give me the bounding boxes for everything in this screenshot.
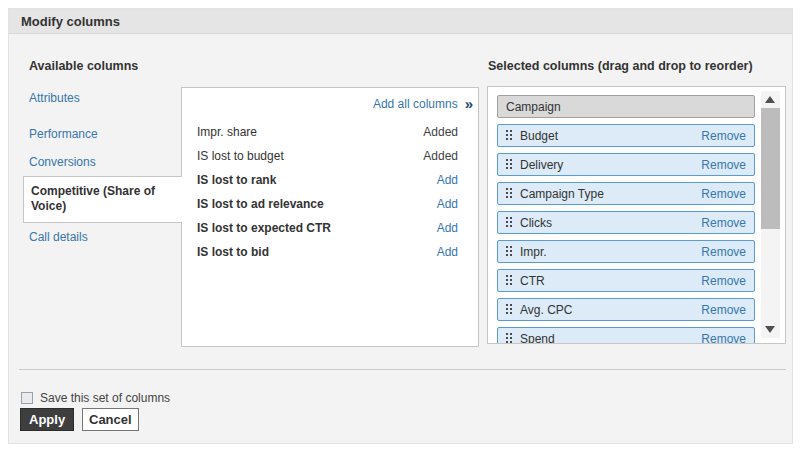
available-columns-list: Impr. share Added IS lost to budget Adde…: [182, 120, 478, 264]
cancel-button[interactable]: Cancel: [82, 408, 139, 431]
selected-item[interactable]: Budget Remove: [497, 124, 755, 147]
add-all-columns-row: Add all columns »: [373, 97, 473, 111]
available-columns-panel: Add all columns » Impr. share Added IS l…: [181, 87, 479, 347]
tab-attributes[interactable]: Attributes: [29, 91, 80, 105]
selected-item-campaign-locked: Campaign: [497, 95, 755, 118]
selected-item-label: Avg. CPC: [520, 303, 701, 317]
available-column-row: IS lost to budget Added: [182, 144, 478, 168]
double-chevron-right-icon[interactable]: »: [465, 98, 473, 110]
available-column-row: Impr. share Added: [182, 120, 478, 144]
dialog-header-bar: Modify columns: [9, 9, 792, 34]
save-columns-checkbox[interactable]: [21, 392, 33, 404]
selected-columns-panel: Campaign Budget Remove Delivery Remove C…: [487, 86, 786, 344]
selected-item-label: Impr.: [520, 245, 701, 259]
save-columns-row: Save this set of columns: [21, 391, 170, 405]
available-column-row: IS lost to bid Add: [182, 240, 478, 264]
tab-performance[interactable]: Performance: [29, 127, 98, 141]
selected-item-label: CTR: [520, 274, 701, 288]
remove-link[interactable]: Remove: [701, 216, 746, 230]
drag-handle-icon[interactable]: [506, 217, 513, 228]
drag-handle-icon[interactable]: [506, 159, 513, 170]
available-columns-heading: Available columns: [29, 59, 138, 73]
drag-handle-icon[interactable]: [506, 130, 513, 141]
remove-link[interactable]: Remove: [701, 129, 746, 143]
column-label: IS lost to budget: [197, 149, 284, 163]
selected-item[interactable]: CTR Remove: [497, 269, 755, 292]
selected-item[interactable]: Campaign Type Remove: [497, 182, 755, 205]
remove-link[interactable]: Remove: [701, 158, 746, 172]
selected-item[interactable]: Clicks Remove: [497, 211, 755, 234]
add-link[interactable]: Add: [437, 245, 458, 259]
scroll-down-arrow-icon[interactable]: [765, 326, 775, 333]
scrollbar-thumb[interactable]: [761, 108, 780, 229]
add-link[interactable]: Add: [437, 221, 458, 235]
add-link[interactable]: Add: [437, 173, 458, 187]
drag-handle-icon[interactable]: [506, 275, 513, 286]
available-column-row: IS lost to expected CTR Add: [182, 216, 478, 240]
selected-columns-heading: Selected columns (drag and drop to reord…: [488, 59, 753, 73]
modify-columns-dialog: Modify columns Available columns Selecte…: [8, 8, 793, 444]
selected-item-label: Delivery: [520, 158, 701, 172]
added-status: Added: [423, 149, 458, 163]
add-all-columns-link[interactable]: Add all columns: [373, 97, 458, 111]
selected-item-label: Campaign Type: [520, 187, 701, 201]
drag-handle-icon[interactable]: [506, 246, 513, 257]
column-label: IS lost to bid: [197, 245, 269, 259]
tab-call-details[interactable]: Call details: [29, 230, 88, 244]
remove-link[interactable]: Remove: [701, 303, 746, 317]
selected-item[interactable]: Spend Remove: [497, 327, 755, 344]
scrollbar[interactable]: [761, 91, 780, 338]
add-link[interactable]: Add: [437, 197, 458, 211]
footer-divider: [19, 369, 786, 370]
selected-item[interactable]: Delivery Remove: [497, 153, 755, 176]
apply-button[interactable]: Apply: [20, 408, 74, 431]
available-column-row: IS lost to rank Add: [182, 168, 478, 192]
selected-item[interactable]: Impr. Remove: [497, 240, 755, 263]
tab-competitive-share-of-voice-active[interactable]: Competitive (Share of Voice): [23, 176, 182, 223]
selected-item-label: Spend: [520, 332, 701, 345]
remove-link[interactable]: Remove: [701, 332, 746, 345]
column-label: IS lost to ad relevance: [197, 197, 324, 211]
drag-handle-icon[interactable]: [506, 304, 513, 315]
added-status: Added: [423, 125, 458, 139]
tab-conversions[interactable]: Conversions: [29, 155, 96, 169]
selected-item[interactable]: Avg. CPC Remove: [497, 298, 755, 321]
selected-item-label: Campaign: [506, 100, 746, 114]
remove-link[interactable]: Remove: [701, 187, 746, 201]
column-label: Impr. share: [197, 125, 257, 139]
column-label: IS lost to rank: [197, 173, 276, 187]
save-columns-label: Save this set of columns: [40, 391, 170, 405]
drag-handle-icon[interactable]: [506, 188, 513, 199]
selected-item-label: Clicks: [520, 216, 701, 230]
selected-item-label: Budget: [520, 129, 701, 143]
drag-handle-icon[interactable]: [506, 333, 513, 344]
scroll-up-arrow-icon[interactable]: [765, 96, 775, 103]
remove-link[interactable]: Remove: [701, 245, 746, 259]
remove-link[interactable]: Remove: [701, 274, 746, 288]
column-label: IS lost to expected CTR: [197, 221, 331, 235]
selected-columns-list: Campaign Budget Remove Delivery Remove C…: [497, 95, 755, 344]
available-column-row: IS lost to ad relevance Add: [182, 192, 478, 216]
dialog-title: Modify columns: [9, 9, 792, 29]
